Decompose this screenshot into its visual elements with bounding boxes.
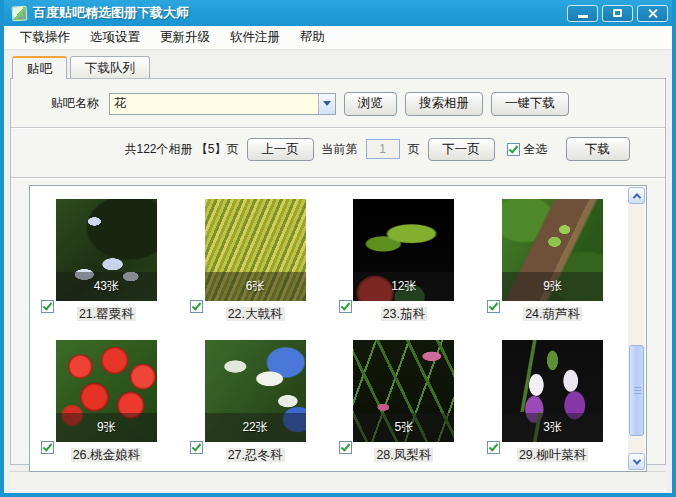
scroll-down-button[interactable] [628,453,645,470]
pagination-row: 共122个相册 【5】页 上一页 当前第 页 下一页 全选 下载 [11,129,665,169]
tab-download-queue[interactable]: 下载队列 [70,56,150,78]
album-thumbnail[interactable]: 3张 [502,340,603,442]
tieba-name-value: 花 [110,95,318,112]
search-row: 贴吧名称 花 浏览 搜索相册 一键下载 [11,79,665,119]
album-card: 9张 26.桃金娘科 [32,340,181,481]
album-grid: 43张 21.罂粟科 6张 22.大戟科 12张 23.茄科 9张 2 [32,186,627,471]
album-checkbox[interactable] [487,300,500,313]
one-click-download-button[interactable]: 一键下载 [491,92,569,116]
check-icon [340,441,350,451]
album-thumbnail[interactable]: 22张 [205,340,306,442]
album-title: 28.凤梨科 [374,448,433,462]
menu-item-options[interactable]: 选项设置 [80,26,150,49]
album-thumbnail[interactable]: 9张 [56,340,157,442]
window-title: 百度贴吧精选图册下载大师 [33,4,189,22]
app-icon [11,5,27,21]
album-count-summary: 共122个相册 【5】页 [124,141,238,158]
tab-tieba[interactable]: 贴吧 [12,56,67,79]
album-count: 22张 [242,419,267,436]
album-checkbox[interactable] [339,441,352,454]
combobox-dropdown-button[interactable] [318,94,335,114]
album-count: 43张 [94,278,119,295]
next-page-button[interactable]: 下一页 [428,138,495,161]
check-icon [43,441,53,451]
album-thumbnail[interactable]: 9张 [502,199,603,301]
minimize-button[interactable] [567,5,598,22]
album-checkbox[interactable] [190,441,203,454]
separator [11,177,665,179]
photo-count-overlay: 3张 [502,413,603,442]
album-card: 9张 24.葫芦科 [478,199,627,340]
photo-count-overlay: 6张 [205,272,306,301]
album-thumbnail[interactable]: 12张 [353,199,454,301]
album-checkbox[interactable] [339,300,352,313]
check-icon [508,143,518,153]
photo-count-overlay: 12张 [353,272,454,301]
download-button[interactable]: 下载 [566,137,630,161]
album-count: 12张 [391,278,416,295]
photo-count-overlay: 9张 [502,272,603,301]
photo-count-overlay: 9张 [56,413,157,442]
scrollbar-grip-icon [634,387,641,395]
tab-strip: 贴吧 下载队列 [10,56,666,78]
chevron-down-icon [323,101,331,106]
tieba-tab-panel: 贴吧名称 花 浏览 搜索相册 一键下载 共122个相册 【5】页 上一页 当前第… [10,78,666,465]
photo-count-overlay: 22张 [205,413,306,442]
scrollbar-thumb[interactable] [629,345,644,436]
menu-item-update[interactable]: 更新升级 [150,26,220,49]
album-title: 27.忍冬科 [226,448,285,462]
album-title: 21.罂粟科 [77,307,136,321]
current-page-input[interactable] [366,139,400,159]
menu-item-download-ops[interactable]: 下载操作 [10,26,80,49]
current-page-prefix: 当前第 [322,141,358,158]
chevron-up-icon [632,193,640,201]
check-icon [191,300,201,310]
menu-bar: 下载操作 选项设置 更新升级 软件注册 帮助 [4,26,672,50]
album-checkbox[interactable] [487,441,500,454]
album-card: 5张 28.凤梨科 [330,340,479,481]
album-thumbnail[interactable]: 5张 [353,340,454,442]
tieba-name-label: 贴吧名称 [51,95,99,112]
scroll-up-button[interactable] [628,187,645,204]
title-bar: 百度贴吧精选图册下载大师 [4,0,672,26]
check-icon [191,441,201,451]
album-thumbnail[interactable]: 43张 [56,199,157,301]
app-window: 百度贴吧精选图册下载大师 下载操作 选项设置 更新升级 软件注册 帮助 贴吧 下… [0,0,676,497]
close-icon [647,8,658,19]
menu-item-register[interactable]: 软件注册 [220,26,290,49]
check-icon [489,441,499,451]
check-icon [43,300,53,310]
current-page-suffix: 页 [408,141,420,158]
vertical-scrollbar[interactable] [628,187,645,470]
client-area: 贴吧 下载队列 贴吧名称 花 浏览 搜索相册 一键下载 共122个相册 [4,50,672,493]
album-checkbox[interactable] [41,300,54,313]
album-title: 22.大戟科 [226,307,285,321]
tieba-name-combobox[interactable]: 花 [109,93,336,115]
check-icon [340,300,350,310]
album-card: 43张 21.罂粟科 [32,199,181,340]
album-card: 12张 23.茄科 [330,199,479,340]
check-icon [489,300,499,310]
album-checkbox[interactable] [41,441,54,454]
album-count: 9张 [543,278,562,295]
album-count: 6张 [246,278,265,295]
chevron-down-icon [632,456,640,464]
album-title: 24.葫芦科 [523,307,582,321]
album-card: 22张 27.忍冬科 [181,340,330,481]
album-title: 26.桃金娘科 [71,448,142,462]
prev-page-button[interactable]: 上一页 [247,138,314,161]
search-album-button[interactable]: 搜索相册 [405,92,483,116]
album-count: 5张 [395,419,414,436]
browse-button[interactable]: 浏览 [344,92,397,116]
close-button[interactable] [637,5,668,22]
album-count: 9张 [97,419,116,436]
album-thumbnail[interactable]: 6张 [205,199,306,301]
maximize-button[interactable] [602,5,633,22]
album-checkbox[interactable] [190,300,203,313]
select-all-checkbox[interactable] [507,143,520,156]
album-card: 6张 22.大戟科 [181,199,330,340]
photo-count-overlay: 5张 [353,413,454,442]
menu-item-help[interactable]: 帮助 [290,26,335,49]
album-title: 23.茄科 [381,307,427,321]
maximize-icon [613,9,622,17]
